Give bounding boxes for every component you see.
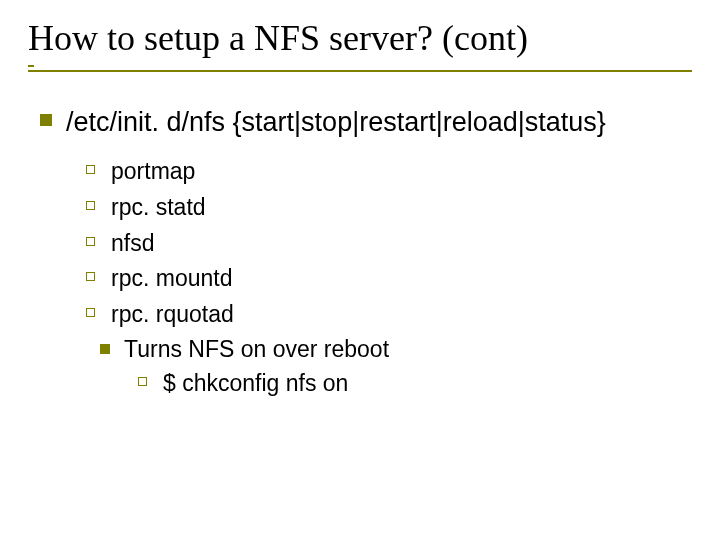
bullet-level2: rpc. mountd xyxy=(86,264,692,294)
hollow-square-bullet-icon xyxy=(138,377,147,386)
bullet-text: rpc. rquotad xyxy=(111,300,234,330)
slide: How to setup a NFS server? (cont) /etc/i… xyxy=(0,0,720,540)
sublist: $ chkconfig nfs on xyxy=(138,369,692,399)
bullet-level2: nfsd xyxy=(86,229,692,259)
bullet-text: rpc. mountd xyxy=(111,264,232,294)
hollow-square-bullet-icon xyxy=(86,165,95,174)
bullet-text: /etc/init. d/nfs {start|stop|restart|rel… xyxy=(66,106,606,138)
bullet-level2: portmap xyxy=(86,157,692,187)
bullet-level1: /etc/init. d/nfs {start|stop|restart|rel… xyxy=(40,106,692,138)
square-bullet-icon xyxy=(40,114,52,126)
bullet-text: portmap xyxy=(111,157,195,187)
slide-body: /etc/init. d/nfs {start|stop|restart|rel… xyxy=(28,106,692,399)
hollow-square-bullet-icon xyxy=(86,237,95,246)
hollow-square-bullet-icon xyxy=(86,308,95,317)
square-bullet-icon xyxy=(100,344,110,354)
bullet-text: $ chkconfig nfs on xyxy=(163,369,348,399)
slide-title: How to setup a NFS server? (cont) xyxy=(28,18,692,59)
sublist: portmap rpc. statd nfsd rpc. mountd rpc.… xyxy=(86,157,692,399)
bullet-level2: rpc. statd xyxy=(86,193,692,223)
bullet-text: rpc. statd xyxy=(111,193,206,223)
bullet-level2: rpc. rquotad xyxy=(86,300,692,330)
hollow-square-bullet-icon xyxy=(86,201,95,210)
hollow-square-bullet-icon xyxy=(86,272,95,281)
bullet-level2: $ chkconfig nfs on xyxy=(138,369,692,399)
title-underline xyxy=(28,65,692,72)
bullet-text: nfsd xyxy=(111,229,154,259)
bullet-text: Turns NFS on over reboot xyxy=(124,336,389,363)
bullet-level1: Turns NFS on over reboot xyxy=(100,336,692,363)
